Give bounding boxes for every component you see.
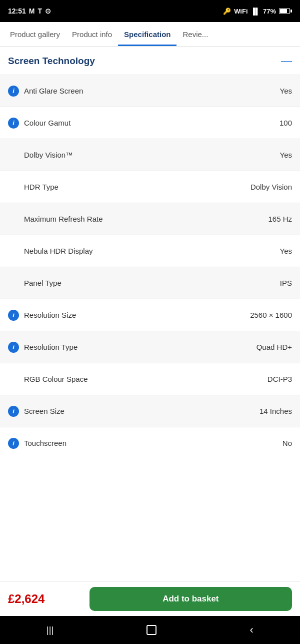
spec-row-anti-glare: iAnti Glare ScreenYes <box>0 75 300 107</box>
status-left: 12:51 M T ⊙ <box>8 7 51 15</box>
status-right: 🔑 WiFi ▐▌ 77% <box>223 8 292 15</box>
spec-row-resolution-size: iResolution Size2560 × 1600 <box>0 299 300 331</box>
spec-row-rgb-colour-space: RGB Colour SpaceDCI-P3 <box>0 363 300 395</box>
spec-value-rgb-colour-space: DCI-P3 <box>268 375 292 383</box>
spec-left-max-refresh-rate: Maximum Refresh Rate <box>8 214 262 225</box>
spec-value-colour-gamut: 100 <box>280 119 292 127</box>
spec-row-hdr-type: HDR TypeDolby Vision <box>0 171 300 203</box>
main-content: Screen Technology — iAnti Glare ScreenYe… <box>0 47 300 644</box>
add-to-basket-button[interactable]: Add to basket <box>90 587 292 611</box>
info-icon-screen-size[interactable]: i <box>8 406 19 417</box>
spec-left-rgb-colour-space: RGB Colour Space <box>8 374 262 385</box>
wifi-icon: WiFi <box>234 8 248 15</box>
info-icon-anti-glare[interactable]: i <box>8 86 19 97</box>
spec-row-colour-gamut: iColour Gamut100 <box>0 107 300 139</box>
icon-placeholder-max-refresh-rate <box>8 214 19 225</box>
signal-icon: T <box>38 7 42 15</box>
spec-left-nebula-hdr: Nebula HDR Display <box>8 246 274 257</box>
spec-left-hdr-type: HDR Type <box>8 182 244 193</box>
spec-value-hdr-type: Dolby Vision <box>250 183 292 191</box>
battery-percent: 77% <box>263 8 276 15</box>
section-toggle-icon[interactable]: — <box>281 56 292 67</box>
spec-name-rgb-colour-space: RGB Colour Space <box>24 375 88 383</box>
tab-product-gallery[interactable]: Product gallery <box>4 22 66 46</box>
spec-left-anti-glare: iAnti Glare Screen <box>8 86 274 97</box>
spec-left-screen-size: iScreen Size <box>8 406 254 417</box>
tab-specification[interactable]: Specification <box>118 22 176 46</box>
info-icon-touchscreen[interactable]: i <box>8 438 19 449</box>
mail-icon: M <box>29 7 35 15</box>
spec-name-touchscreen: Touchscreen <box>24 439 66 447</box>
section-header: Screen Technology — <box>0 47 300 75</box>
spec-left-resolution-type: iResolution Type <box>8 342 250 353</box>
spec-value-resolution-type: Quad HD+ <box>256 343 292 351</box>
status-bar: 12:51 M T ⊙ 🔑 WiFi ▐▌ 77% <box>0 0 300 22</box>
spec-name-nebula-hdr: Nebula HDR Display <box>24 247 93 255</box>
nav-back-button[interactable]: ‹ <box>250 623 254 636</box>
spec-value-resolution-size: 2560 × 1600 <box>250 311 292 319</box>
spec-left-resolution-size: iResolution Size <box>8 310 244 321</box>
key-icon: 🔑 <box>223 8 231 15</box>
spec-value-touchscreen: No <box>282 439 292 447</box>
info-icon-colour-gamut[interactable]: i <box>8 118 19 129</box>
spec-row-max-refresh-rate: Maximum Refresh Rate165 Hz <box>0 203 300 235</box>
info-icon-resolution-size[interactable]: i <box>8 310 19 321</box>
icon-placeholder-panel-type <box>8 278 19 289</box>
spec-name-anti-glare: Anti Glare Screen <box>24 87 83 95</box>
spec-left-panel-type: Panel Type <box>8 278 274 289</box>
spec-left-colour-gamut: iColour Gamut <box>8 118 274 129</box>
signal-bars-icon: ▐▌ <box>251 8 260 15</box>
time: 12:51 <box>8 7 26 15</box>
spec-value-anti-glare: Yes <box>280 87 292 95</box>
spec-name-hdr-type: HDR Type <box>24 183 58 191</box>
spec-name-panel-type: Panel Type <box>24 279 62 287</box>
icon-placeholder-hdr-type <box>8 182 19 193</box>
icon-placeholder-nebula-hdr <box>8 246 19 257</box>
tab-product-info[interactable]: Product info <box>66 22 118 46</box>
spec-value-max-refresh-rate: 165 Hz <box>268 215 292 223</box>
spec-list: iAnti Glare ScreenYesiColour Gamut100Dol… <box>0 75 300 459</box>
spec-name-resolution-size: Resolution Size <box>24 311 76 319</box>
battery-icon <box>279 8 292 14</box>
info-icon-resolution-type[interactable]: i <box>8 342 19 353</box>
spec-name-screen-size: Screen Size <box>24 407 64 415</box>
spec-row-nebula-hdr: Nebula HDR DisplayYes <box>0 235 300 267</box>
spec-name-dolby-vision: Dolby Vision™ <box>24 151 73 159</box>
spec-value-screen-size: 14 Inches <box>260 407 292 415</box>
nav-icon: ⊙ <box>45 7 51 15</box>
spec-row-dolby-vision: Dolby Vision™Yes <box>0 139 300 171</box>
spec-row-screen-size: iScreen Size14 Inches <box>0 395 300 427</box>
spec-left-dolby-vision: Dolby Vision™ <box>8 150 274 161</box>
section-title: Screen Technology <box>8 56 95 67</box>
tab-review[interactable]: Revie... <box>176 22 214 46</box>
spec-row-panel-type: Panel TypeIPS <box>0 267 300 299</box>
nav-recent-button[interactable]: ||| <box>46 625 54 635</box>
spec-value-nebula-hdr: Yes <box>280 247 292 255</box>
bottom-bar: £2,624 Add to basket <box>0 581 300 616</box>
spec-row-touchscreen: iTouchscreenNo <box>0 427 300 459</box>
spec-value-dolby-vision: Yes <box>280 151 292 159</box>
spec-value-panel-type: IPS <box>280 279 292 287</box>
tab-nav: Product gallery Product info Specificati… <box>0 22 300 47</box>
spec-name-max-refresh-rate: Maximum Refresh Rate <box>24 215 103 223</box>
product-price: £2,624 <box>8 592 90 606</box>
android-nav-bar: ||| ‹ <box>0 616 300 644</box>
icon-placeholder-dolby-vision <box>8 150 19 161</box>
nav-home-button[interactable] <box>146 625 156 635</box>
icon-placeholder-rgb-colour-space <box>8 374 19 385</box>
spec-name-colour-gamut: Colour Gamut <box>24 119 70 127</box>
spec-left-touchscreen: iTouchscreen <box>8 438 276 449</box>
spec-name-resolution-type: Resolution Type <box>24 343 78 351</box>
spec-row-resolution-type: iResolution TypeQuad HD+ <box>0 331 300 363</box>
